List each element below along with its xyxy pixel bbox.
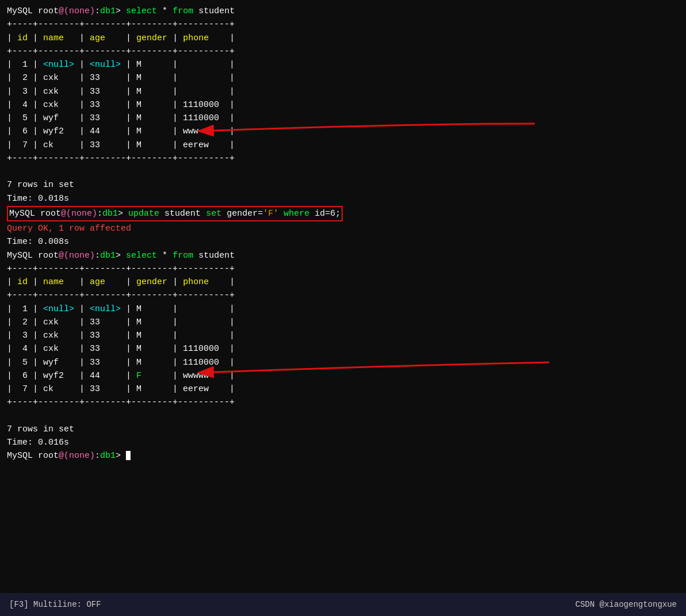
table2-row7: | 7 | ck | 33 | M | eerew | (7, 382, 679, 396)
query-ok: Query OK, 1 row affected (7, 222, 679, 235)
status-left: [F3] Multiline: OFF (9, 600, 101, 609)
table2-row5: | 5 | wyf | 33 | M | 1110000 | (7, 356, 679, 369)
table2-row3: | 3 | cxk | 33 | M | | (7, 329, 679, 342)
table1-row6: | 6 | wyf2 | 44 | M | www | (7, 125, 679, 138)
table1-row7: | 7 | ck | 33 | M | eerew | (7, 139, 679, 152)
blank2 (7, 410, 679, 423)
table2-border-top: +----+--------+--------+--------+-------… (7, 262, 679, 276)
update-prompt: MySQL root@(none):db1> update student se… (9, 207, 340, 220)
table1-border-bottom: +----+--------+--------+--------+-------… (7, 152, 679, 165)
table1-border-top: +----+--------+--------+--------+-------… (7, 18, 679, 31)
status-right: CSDN @xiaogengtongxue (576, 600, 677, 609)
time1: Time: 0.018s (7, 192, 679, 205)
rows-info1: 7 rows in set (7, 178, 679, 192)
rows-info2: 7 rows in set (7, 423, 679, 436)
table2-border-header: +----+--------+--------+--------+-------… (7, 289, 679, 302)
table1-row1: | 1 | <null> | <null> | M | | (7, 58, 679, 71)
update-command-highlight: MySQL root@(none):db1> update student se… (7, 206, 343, 221)
table1-border-header: +----+--------+--------+--------+-------… (7, 45, 679, 58)
table2-row4: | 4 | cxk | 33 | M | 1110000 | (7, 342, 679, 355)
terminal: MySQL root@(none):db1> select * from stu… (0, 0, 686, 593)
line-1: MySQL root@(none):db1> select * from stu… (7, 5, 679, 18)
table1-header: | id | name | age | gender | phone | (7, 32, 679, 45)
table2-row2: | 2 | cxk | 33 | M | | (7, 316, 679, 329)
line-select2: MySQL root@(none):db1> select * from stu… (7, 249, 679, 262)
final-prompt[interactable]: MySQL root@(none):db1> (7, 449, 679, 462)
status-bar: [F3] Multiline: OFF CSDN @xiaogengtongxu… (0, 593, 686, 616)
table1-row5: | 5 | wyf | 33 | M | 1110000 | (7, 112, 679, 125)
table1-row4: | 4 | cxk | 33 | M | 1110000 | (7, 98, 679, 112)
table2-row1: | 1 | <null> | <null> | M | | (7, 303, 679, 316)
table1-row2: | 2 | cxk | 33 | M | | (7, 71, 679, 85)
table2-border-bottom: +----+--------+--------+--------+-------… (7, 396, 679, 409)
blank1 (7, 165, 679, 178)
time3: Time: 0.016s (7, 436, 679, 449)
table2-header: | id | name | age | gender | phone | (7, 276, 679, 289)
table2-row6-changed: | 6 | wyf2 | 44 | F | wwwww | (7, 369, 679, 382)
table1-row3: | 3 | cxk | 33 | M | | (7, 85, 679, 98)
time2: Time: 0.008s (7, 235, 679, 248)
